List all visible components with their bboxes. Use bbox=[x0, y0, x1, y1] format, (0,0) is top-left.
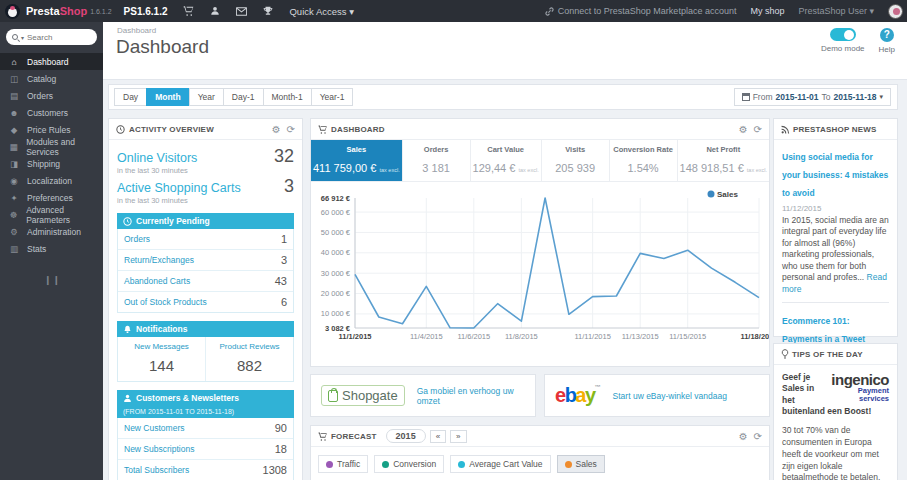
sidebar-item-administration[interactable]: ⚙Administration bbox=[0, 223, 103, 240]
svg-text:11/15/2015: 11/15/2015 bbox=[669, 332, 706, 341]
pending-row-orders[interactable]: Orders1 bbox=[118, 229, 293, 250]
svg-text:Sales: Sales bbox=[717, 190, 738, 199]
shopgate-link[interactable]: Ga mobiel en verhoog uw omzet bbox=[417, 386, 525, 406]
filter-month-1-button[interactable]: Month-1 bbox=[263, 88, 312, 106]
kpi-tab-conversion-rate[interactable]: Conversion Rate 1.54% bbox=[610, 140, 678, 181]
panel-title: PRESTASHOP NEWS bbox=[793, 125, 877, 134]
new-messages-cell[interactable]: New Messages 144 bbox=[118, 337, 205, 381]
shipping-icon: ◨ bbox=[9, 159, 19, 169]
panel-refresh-icon[interactable]: ⟳ bbox=[754, 124, 762, 135]
sidebar-item-customers[interactable]: ☻Customers bbox=[0, 104, 103, 121]
ebay-banner[interactable]: ebay™ Start uw eBay-winkel vandaag bbox=[544, 374, 770, 417]
pending-row-out-of-stock[interactable]: Out of Stock Products6 bbox=[118, 292, 293, 312]
product-reviews-cell[interactable]: Product Reviews 882 bbox=[205, 337, 293, 381]
shopgate-logo: Shopgate bbox=[321, 385, 405, 406]
shop-name[interactable]: PS1.6.1.2 bbox=[124, 6, 168, 17]
user-avatar[interactable] bbox=[888, 4, 903, 19]
sidebar-item-catalog[interactable]: ◫Catalog bbox=[0, 70, 103, 87]
forecast-next-button[interactable]: » bbox=[450, 430, 466, 443]
pending-row-returns[interactable]: Return/Exchanges3 bbox=[118, 250, 293, 271]
main-content: Dashboard Dashboard Demo mode ? Help Day… bbox=[103, 22, 907, 480]
rss-icon bbox=[781, 125, 790, 134]
pending-row-abandoned-carts[interactable]: Abandoned Carts43 bbox=[118, 271, 293, 292]
online-visitors-value: 32 bbox=[274, 147, 294, 165]
search-scope-caret-icon[interactable]: ▾ bbox=[21, 34, 24, 41]
shopgate-banner[interactable]: Shopgate Ga mobiel en verhoog uw omzet bbox=[310, 374, 536, 417]
active-carts-value: 3 bbox=[284, 177, 294, 195]
online-visitors-link[interactable]: Online Visitors bbox=[117, 151, 197, 165]
quick-access-menu[interactable]: Quick Access ▾ bbox=[289, 6, 353, 17]
version-label: 1.6.1.2 bbox=[90, 8, 111, 15]
forecast-panel: FORECAST 2015 « » ⚙⟳ Traffic Conversion … bbox=[310, 425, 770, 480]
sidebar-collapse-button[interactable]: ❙❙ bbox=[44, 275, 103, 285]
tip-body: 30 tot 70% van de consumenten in Europa … bbox=[782, 425, 889, 480]
svg-text:11/13/2015: 11/13/2015 bbox=[622, 332, 659, 341]
kpi-tab-sales[interactable]: Sales 411 759,00 € tax excl. bbox=[311, 140, 403, 181]
svg-text:11/4/2015: 11/4/2015 bbox=[410, 332, 443, 341]
news-article-title[interactable]: Using social media for your business: 4 … bbox=[782, 152, 888, 198]
new-subscriptions-row[interactable]: New Subscriptions18 bbox=[118, 439, 293, 460]
panel-settings-icon[interactable]: ⚙ bbox=[272, 124, 281, 135]
filter-month-button[interactable]: Month bbox=[146, 88, 190, 106]
svg-text:10 000 €: 10 000 € bbox=[321, 309, 351, 318]
filter-day-1-button[interactable]: Day-1 bbox=[223, 88, 264, 106]
my-shop-link[interactable]: My shop bbox=[750, 6, 784, 16]
kpi-tab-net-profit[interactable]: Net Profit 148 918,51 € tax excl. bbox=[678, 140, 769, 181]
active-carts-link[interactable]: Active Shopping Carts bbox=[117, 181, 241, 195]
user-menu[interactable]: PrestaShop User ▾ bbox=[798, 6, 874, 16]
panel-settings-icon[interactable]: ⚙ bbox=[739, 124, 748, 135]
customers-list: New Customers90 New Subscriptions18 Tota… bbox=[117, 418, 294, 480]
marketplace-link[interactable]: Connect to PrestaShop Marketplace accoun… bbox=[545, 6, 737, 16]
forecast-year: 2015 bbox=[386, 429, 426, 443]
svg-text:60 000 €: 60 000 € bbox=[321, 208, 351, 217]
activity-icon bbox=[116, 125, 125, 134]
ingenico-logo: ingenico Payment services bbox=[831, 372, 889, 404]
sidebar-item-modules[interactable]: ▦Modules and Services bbox=[0, 138, 103, 155]
breadcrumb[interactable]: Dashboard bbox=[117, 26, 156, 35]
panel-settings-icon[interactable]: ⚙ bbox=[739, 431, 748, 442]
sidebar-item-stats[interactable]: ▥Stats bbox=[0, 240, 103, 257]
cart-icon[interactable] bbox=[183, 6, 194, 17]
svg-text:50 000 €: 50 000 € bbox=[321, 228, 351, 237]
demo-mode-toggle[interactable] bbox=[830, 28, 856, 41]
forecast-toggle-traffic[interactable]: Traffic bbox=[318, 455, 368, 473]
messages-icon[interactable] bbox=[236, 7, 247, 16]
kpi-tab-cart-value[interactable]: Cart Value 129,44 € tax excl. bbox=[471, 140, 542, 181]
ebay-link[interactable]: Start uw eBay-winkel vandaag bbox=[613, 391, 727, 401]
filter-day-button[interactable]: Day bbox=[114, 88, 147, 106]
filter-year-button[interactable]: Year bbox=[189, 88, 224, 106]
forecast-toggle-conversion[interactable]: Conversion bbox=[374, 455, 444, 473]
trophy-icon[interactable] bbox=[263, 6, 273, 16]
sidebar-item-shipping[interactable]: ◨Shipping bbox=[0, 155, 103, 172]
prestashop-logo bbox=[5, 4, 20, 19]
panel-refresh-icon[interactable]: ⟳ bbox=[754, 431, 762, 442]
total-subscribers-row[interactable]: Total Subscribers1308 bbox=[118, 460, 293, 480]
online-visitors-sub: in the last 30 minutes bbox=[117, 166, 294, 175]
sidebar-item-advanced-parameters[interactable]: ☸Advanced Parameters bbox=[0, 206, 103, 223]
sidebar-item-localization[interactable]: ◉Localization bbox=[0, 172, 103, 189]
help-icon[interactable]: ? bbox=[880, 28, 894, 42]
news-article-title[interactable]: Ecommerce 101: Payments in a Tweet bbox=[782, 316, 865, 344]
stats-icon: ▥ bbox=[9, 244, 19, 254]
date-range-picker[interactable]: From 2015-11-01 To 2015-11-18 ▾ bbox=[734, 88, 891, 106]
employees-icon[interactable] bbox=[210, 6, 220, 16]
search-input[interactable] bbox=[27, 33, 87, 42]
panel-refresh-icon[interactable]: ⟳ bbox=[287, 124, 295, 135]
center-column: DASHBOARD ⚙⟳ Sales 411 759,00 € tax excl… bbox=[310, 118, 770, 480]
sidebar-item-dashboard[interactable]: ⌂Dashboard bbox=[0, 53, 103, 70]
forecast-toggle-average-cart-value[interactable]: Average Cart Value bbox=[450, 455, 550, 473]
sidebar-item-preferences[interactable]: ✦Preferences bbox=[0, 189, 103, 206]
divider bbox=[782, 302, 889, 303]
filter-year-1-button[interactable]: Year-1 bbox=[311, 88, 354, 106]
sidebar-item-price-rules[interactable]: ◆Price Rules bbox=[0, 121, 103, 138]
sidebar-search[interactable]: ▾ bbox=[6, 29, 97, 45]
forecast-toggle-sales[interactable]: Sales bbox=[557, 455, 605, 473]
chevron-down-icon: ▾ bbox=[879, 93, 883, 101]
kpi-tab-visits[interactable]: Visits 205 939 bbox=[542, 140, 610, 181]
sales-dot-icon bbox=[565, 461, 572, 468]
forecast-prev-button[interactable]: « bbox=[430, 430, 446, 443]
kpi-tabs: Sales 411 759,00 € tax excl. Orders 3 18… bbox=[311, 140, 769, 182]
sidebar-item-orders[interactable]: ▤Orders bbox=[0, 87, 103, 104]
new-customers-row[interactable]: New Customers90 bbox=[118, 418, 293, 439]
kpi-tab-orders[interactable]: Orders 3 181 bbox=[403, 140, 471, 181]
